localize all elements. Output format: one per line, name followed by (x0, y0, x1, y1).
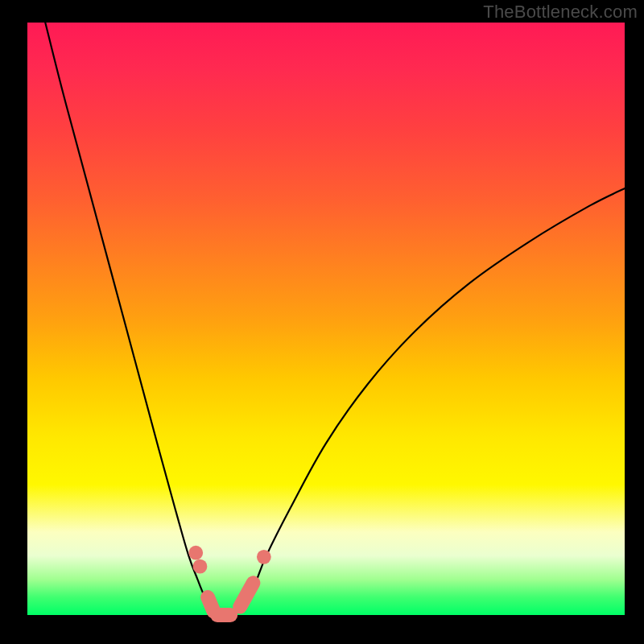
marker-capsule-2 (208, 597, 213, 612)
chart-outer-frame: TheBottleneck.com {"type":"line","title"… (0, 0, 644, 644)
marker-capsule-4 (240, 583, 253, 606)
attribution-watermark: TheBottleneck.com (483, 2, 638, 23)
chart-plot-area (27, 23, 625, 615)
bottleneck-curve (27, 23, 625, 615)
marker-dot-1 (193, 559, 208, 574)
marker-dot-0 (188, 546, 203, 560)
marker-dot-5 (257, 550, 271, 564)
curve-right-branch (233, 188, 625, 615)
curve-left-branch (45, 23, 218, 615)
